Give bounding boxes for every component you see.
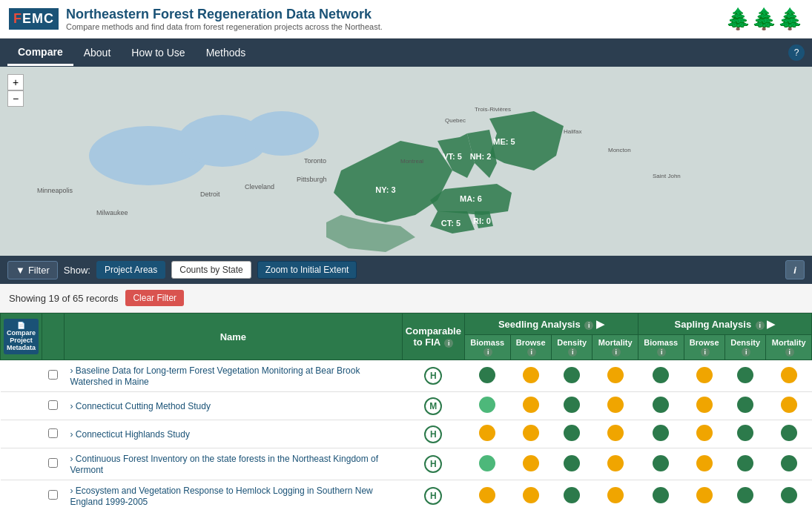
- sa-biomass-icon[interactable]: i: [657, 348, 666, 357]
- sapling-mortality-header: Mortalityi: [766, 335, 812, 360]
- seedling-density-1: [551, 392, 592, 420]
- sapling-biomass-0: [638, 360, 684, 392]
- nav-help-button[interactable]: ?: [788, 44, 805, 61]
- s-mortality-icon[interactable]: i: [612, 348, 621, 357]
- seedling-mortality-header: Mortalityi: [593, 335, 638, 360]
- main-nav: Compare About How to Use Methods ?: [0, 39, 812, 67]
- seedling-biomass-0: [464, 360, 510, 392]
- seedling-analysis-header: Seedling Analysis i ▶: [464, 314, 638, 335]
- row-checkbox-3[interactable]: [42, 448, 65, 480]
- row-checkbox-2[interactable]: [42, 420, 65, 448]
- table-header-row-1: 📄 Compare Project Metadata Name Comparab…: [1, 314, 812, 335]
- filter-bar: ▼ Filter Show: Project Areas Counts by S…: [0, 256, 812, 284]
- sapling-mortality-4: [766, 480, 812, 511]
- femc-logo: FEMC: [9, 8, 59, 30]
- svg-text:Moncton: Moncton: [608, 147, 631, 153]
- sapling-mortality-0: [766, 360, 812, 392]
- project-areas-toggle[interactable]: Project Areas: [96, 261, 165, 279]
- filter-label: Filter: [28, 265, 50, 276]
- data-table: 📄 Compare Project Metadata Name Comparab…: [0, 313, 812, 510]
- sapling-analysis-header: Sapling Analysis i ▶: [638, 314, 811, 335]
- zoom-out-button[interactable]: −: [7, 90, 24, 107]
- header-title: Northeastern Forest Regeneration Data Ne…: [66, 7, 383, 31]
- fia-info-icon[interactable]: i: [444, 339, 453, 348]
- filter-button[interactable]: ▼ Filter: [7, 261, 58, 279]
- clear-filter-button[interactable]: Clear Filter: [125, 290, 184, 306]
- table-body: › Baseline Data for Long-term Forest Veg…: [1, 360, 812, 511]
- sapling-biomass-3: [638, 448, 684, 480]
- sa-browse-icon[interactable]: i: [701, 348, 710, 357]
- nav-how-to-use[interactable]: How to Use: [121, 41, 195, 64]
- compare-meta-cell: 📄 Compare Project Metadata: [1, 314, 42, 360]
- row-checkbox-1[interactable]: [42, 392, 65, 420]
- sapling-density-3: [724, 448, 765, 480]
- sapling-density-4: [724, 480, 765, 511]
- row-badge-1: M: [402, 392, 464, 420]
- table-row: › Baseline Data for Long-term Forest Veg…: [1, 360, 812, 392]
- svg-point-4: [245, 111, 319, 156]
- sapling-info-icon[interactable]: i: [756, 321, 765, 330]
- seedling-mortality-4: [593, 480, 638, 511]
- s-density-icon[interactable]: i: [568, 348, 577, 357]
- svg-text:Trois-Rivières: Trois-Rivières: [475, 106, 511, 113]
- seedling-density-3: [551, 448, 592, 480]
- svg-text:Toronto: Toronto: [304, 157, 326, 165]
- sapling-browse-header: Browsei: [684, 335, 724, 360]
- zoom-initial-extent-button[interactable]: Zoom to Initial Extent: [257, 261, 357, 279]
- sapling-biomass-header: Biomassi: [638, 335, 684, 360]
- s-browse-icon[interactable]: i: [527, 348, 536, 357]
- logo-area: FEMC Northeastern Forest Regeneration Da…: [9, 7, 383, 31]
- row-name-2: › Connecticut Highlands Study: [65, 420, 403, 448]
- row-badge-3: H: [402, 448, 464, 480]
- compare-project-button[interactable]: 📄 Compare Project Metadata: [4, 319, 39, 354]
- zoom-in-button[interactable]: +: [7, 74, 24, 90]
- seedling-expand-arrow[interactable]: ▶: [596, 318, 604, 330]
- records-bar: Showing 19 of 65 records Clear Filter: [0, 284, 812, 313]
- filter-icon: ▼: [16, 265, 25, 276]
- sapling-expand-arrow[interactable]: ▶: [767, 318, 775, 330]
- s-biomass-icon[interactable]: i: [483, 348, 492, 357]
- row-checkbox-4[interactable]: [42, 480, 65, 511]
- site-title: Northeastern Forest Regeneration Data Ne…: [66, 7, 383, 22]
- sa-density-icon[interactable]: i: [742, 348, 750, 357]
- seedling-browse-1: [510, 392, 551, 420]
- seedling-browse-0: [510, 360, 551, 392]
- seedling-biomass-3: [464, 448, 510, 480]
- nav-about[interactable]: About: [73, 41, 122, 64]
- counts-by-state-toggle[interactable]: Counts by State: [171, 261, 251, 279]
- row-name-4: › Ecosystem and Vegetation Response to H…: [65, 480, 403, 511]
- map-info-button[interactable]: i: [785, 260, 805, 279]
- site-subtitle: Compare methods and find data from fores…: [66, 22, 383, 31]
- state-label-nh: NH: 2: [470, 152, 492, 161]
- row-checkbox-0[interactable]: [42, 360, 65, 392]
- seedling-mortality-1: [593, 392, 638, 420]
- sapling-density-0: [724, 360, 765, 392]
- sapling-browse-0: [684, 360, 724, 392]
- row-badge-2: H: [402, 420, 464, 448]
- sapling-density-1: [724, 392, 765, 420]
- table-row: › Connecticut Highlands StudyH: [1, 420, 812, 448]
- select-all-col: [42, 314, 65, 360]
- seedling-density-4: [551, 480, 592, 511]
- nav-methods[interactable]: Methods: [196, 41, 257, 64]
- seedling-density-0: [551, 360, 592, 392]
- row-name-0: › Baseline Data for Long-term Forest Veg…: [65, 360, 403, 392]
- sapling-biomass-2: [638, 420, 684, 448]
- sa-mortality-icon[interactable]: i: [785, 348, 794, 357]
- svg-text:Quebec: Quebec: [445, 117, 466, 124]
- name-header: Name: [65, 314, 403, 360]
- sapling-browse-2: [684, 420, 724, 448]
- state-label-ri: RI: 0: [473, 216, 491, 225]
- seedling-info-icon[interactable]: i: [584, 321, 593, 330]
- map-zoom-controls: + −: [7, 74, 24, 107]
- data-table-container: 📄 Compare Project Metadata Name Comparab…: [0, 313, 812, 510]
- state-label-me: ME: 5: [493, 137, 515, 146]
- seedling-mortality-0: [593, 360, 638, 392]
- state-label-ny: NY: 3: [375, 185, 395, 194]
- svg-text:Pittsburgh: Pittsburgh: [297, 176, 327, 183]
- nav-compare[interactable]: Compare: [7, 40, 73, 66]
- table-row: › Ecosystem and Vegetation Response to H…: [1, 480, 812, 511]
- sapling-biomass-4: [638, 480, 684, 511]
- header-tree-icon: 🌲🌲🌲: [725, 7, 803, 31]
- state-label-ct: CT: 5: [441, 219, 461, 228]
